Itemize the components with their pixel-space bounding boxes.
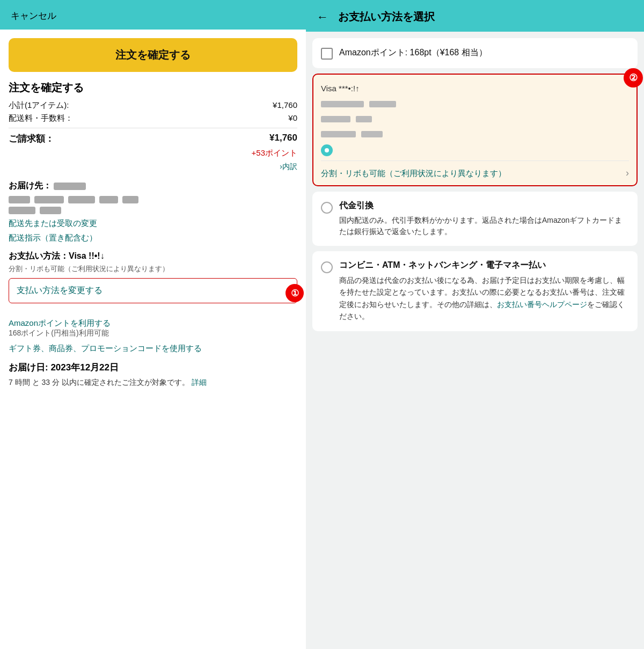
cod-radio-button[interactable] (321, 202, 333, 214)
visa-radio-row (321, 144, 629, 156)
visa-card-blurred-2 (321, 112, 629, 125)
shipping-value: ¥0 (288, 113, 297, 123)
right-header: ← お支払い方法を選択 (306, 0, 644, 32)
delivery-detail-link[interactable]: 詳細 (192, 378, 207, 387)
address-line-2 (9, 205, 297, 214)
points-earned-value: +53ポイント (252, 148, 297, 158)
visa-card-blurred-1 (321, 97, 629, 110)
convenience-card: コンビニ・ATM・ネットバンキング・電子マネー払い 商品の発送は代金のお支払い後… (312, 251, 638, 331)
convenience-radio-button[interactable] (321, 261, 333, 273)
cod-content: 代金引換 国内配送のみ。代引手数料がかかります。返品された場合はAmazonギフ… (339, 200, 629, 237)
payment-help-link[interactable]: お支払い番号ヘルプページ (497, 300, 587, 309)
installment-link-row[interactable]: 分割・リボも可能（ご利用状況により異なります） › (321, 161, 629, 185)
total-row: ご請求額： ¥1,760 (9, 133, 297, 145)
radio-inner-dot (325, 148, 329, 152)
address-blurred-name (54, 183, 86, 190)
convenience-title: コンビニ・ATM・ネットバンキング・電子マネー払い (339, 260, 629, 271)
change-address-link[interactable]: 配送先または受取の変更 (9, 218, 297, 229)
amazon-points-row: Amazonポイント: 168pt（¥168 相当） (321, 47, 629, 60)
gift-code-link[interactable]: ギフト券、商品券、プロモーションコードを使用する (9, 344, 202, 353)
delivery-date-section: お届け日: 2023年12月22日 7 時間 と 33 分 以内に確定されたご注… (0, 354, 306, 393)
order-summary: 注文を確定する 小計(1アイテム): ¥1,760 配送料・手数料： ¥0 ご請… (0, 72, 306, 173)
change-payment-button[interactable]: 支払い方法を変更する (9, 278, 297, 303)
order-summary-title: 注文を確定する (9, 81, 297, 95)
delivery-date-title: お届け日: 2023年12月22日 (9, 361, 297, 374)
cod-desc: 国内配送のみ。代引手数料がかかります。返品された場合はAmazonギフトカードま… (339, 215, 629, 237)
amazon-points-label: Amazonポイント: 168pt（¥168 相当） (339, 47, 487, 59)
convenience-header-row: コンビニ・ATM・ネットバンキング・電子マネー払い 商品の発送は代金のお支払い後… (321, 260, 629, 323)
convenience-desc: 商品の発送は代金のお支払い後になる為、お届け予定日はお支払い期限を考慮し、幅を持… (339, 274, 629, 323)
subtotal-row: 小計(1アイテム): ¥1,760 (9, 100, 297, 111)
cod-card: 代金引換 国内配送のみ。代引手数料がかかります。返品された場合はAmazonギフ… (312, 192, 638, 246)
amazon-points-checkbox[interactable] (321, 48, 333, 60)
delivery-date-desc: 7 時間 と 33 分 以内に確定されたご注文が対象です。 詳細 (9, 377, 297, 388)
shipping-label: 配送料・手数料： (9, 113, 73, 123)
delivery-address-section: お届け先： 配送先または受取の変更 配送指示（置き配含む） (0, 173, 306, 243)
subtotal-label: 小計(1アイテム): (9, 100, 69, 111)
right-panel: ← お支払い方法を選択 Amazonポイント: 168pt（¥168 相当） ②… (306, 0, 644, 649)
delivery-instruction-link[interactable]: 配送指示（置き配含む） (9, 233, 297, 243)
total-value: ¥1,760 (269, 133, 297, 145)
chevron-right-icon: › (626, 167, 629, 179)
amazon-points-link[interactable]: Amazonポイントを利用する (9, 318, 297, 329)
convenience-content: コンビニ・ATM・ネットバンキング・電子マネー払い 商品の発送は代金のお支払い後… (339, 260, 629, 323)
confirm-order-button[interactable]: 注文を確定する (9, 38, 297, 72)
right-panel-title: お支払い方法を選択 (338, 10, 435, 24)
delivery-address-title: お届け先： (9, 180, 297, 192)
total-label: ご請求額： (9, 133, 54, 145)
address-line-1 (9, 195, 297, 203)
payment-method-section: お支払い方法：Visa !!•!↓ 分割・リボも可能（ご利用状況により異なります… (0, 243, 306, 354)
payment-method-title: お支払い方法：Visa !!•!↓ (9, 251, 297, 262)
breakdown-link[interactable]: ›内訳 (9, 161, 297, 173)
points-earned-row: +53ポイント (9, 148, 297, 158)
badge-1: ① (286, 284, 304, 302)
cancel-button[interactable]: キャンセル (11, 10, 56, 22)
visa-card-blurred-3 (321, 127, 629, 140)
right-content: Amazonポイント: 168pt（¥168 相当） ② Visa ***•:!… (306, 32, 644, 338)
badge-2: ② (624, 68, 643, 87)
visa-card-option[interactable]: ② Visa ***•:!↑ 分割・リボも可能（ (312, 74, 638, 186)
subtotal-value: ¥1,760 (273, 100, 297, 111)
payment-method-sub: 分割・リボも可能（ご利用状況により異なります） (9, 264, 297, 274)
visa-radio-button[interactable] (321, 144, 333, 156)
left-panel: キャンセル 注文を確定する 注文を確定する 小計(1アイテム): ¥1,760 … (0, 0, 306, 649)
back-arrow-icon[interactable]: ← (317, 10, 328, 24)
visa-card-name: Visa ***•:!↑ (321, 82, 629, 95)
cod-header-row: 代金引換 国内配送のみ。代引手数料がかかります。返品された場合はAmazonギフ… (321, 200, 629, 237)
shipping-row: 配送料・手数料： ¥0 (9, 113, 297, 123)
left-header: キャンセル (0, 0, 306, 30)
installment-text: 分割・リボも可能（ご利用状況により異なります） (321, 167, 506, 179)
cod-title: 代金引換 (339, 200, 629, 212)
amazon-points-card: Amazonポイント: 168pt（¥168 相当） (312, 38, 638, 68)
confirm-button-wrap: 注文を確定する (0, 30, 306, 72)
points-available-info: 168ポイント(円相当)利用可能 (9, 329, 297, 338)
